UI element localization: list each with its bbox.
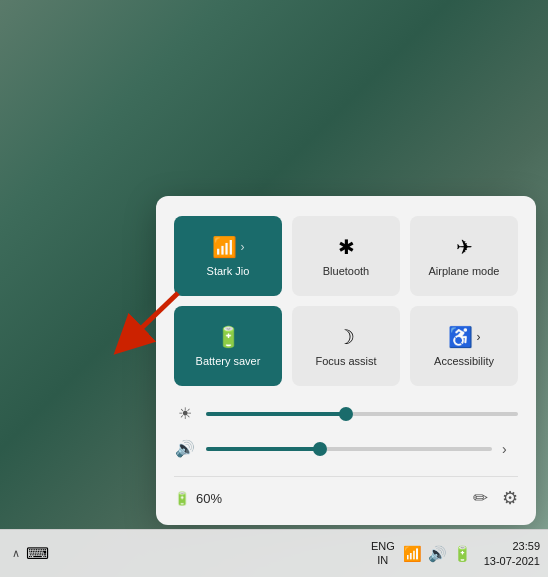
language-indicator[interactable]: ENG IN xyxy=(371,540,395,566)
taskbar-clock[interactable]: 23:59 13-07-2021 xyxy=(484,539,540,568)
lang-top: ENG xyxy=(371,540,395,553)
wifi-icon: 📶 xyxy=(212,235,237,259)
bluetooth-tile-label: Bluetooth xyxy=(323,265,369,277)
wifi-tile-label: Stark Jio xyxy=(207,265,250,277)
brightness-slider[interactable] xyxy=(206,412,518,416)
wifi-arrow-icon: › xyxy=(241,240,245,254)
volume-slider[interactable] xyxy=(206,447,492,451)
tiles-row-1: 📶 › Stark Jio ✱ Bluetooth ✈ Airplane mod… xyxy=(174,216,518,296)
airplane-tile[interactable]: ✈ Airplane mode xyxy=(410,216,518,296)
tiles-row-2: 🔋 Battery saver ☽ Focus assist ♿ › Acces… xyxy=(174,306,518,386)
focus-assist-tile[interactable]: ☽ Focus assist xyxy=(292,306,400,386)
brightness-thumb[interactable] xyxy=(339,407,353,421)
bottom-icons: ✏ ⚙ xyxy=(473,487,518,509)
sliders-section: ☀ 🔊 › xyxy=(174,400,518,462)
focus-assist-tile-label: Focus assist xyxy=(315,355,376,367)
airplane-icon: ✈ xyxy=(456,235,473,259)
taskbar-left: ∧ ⌨ xyxy=(12,544,49,563)
divider xyxy=(174,476,518,477)
brightness-fill xyxy=(206,412,346,416)
quick-settings-panel: 📶 › Stark Jio ✱ Bluetooth ✈ Airplane mod… xyxy=(156,196,536,525)
focus-assist-icon: ☽ xyxy=(337,325,355,349)
accessibility-arrow-icon: › xyxy=(477,330,481,344)
taskbar-time-display: 23:59 xyxy=(512,539,540,553)
taskbar-date-display: 13-07-2021 xyxy=(484,554,540,568)
taskbar-system-icons: 📶 🔊 🔋 xyxy=(403,545,472,563)
brightness-row: ☀ xyxy=(174,404,518,423)
taskbar-keyboard-icon[interactable]: ⌨ xyxy=(26,544,49,563)
taskbar-wifi-icon[interactable]: 📶 xyxy=(403,545,422,563)
battery-icon-small: 🔋 xyxy=(174,491,190,506)
taskbar: ∧ ⌨ ENG IN 📶 🔊 🔋 23:59 13-07-2021 xyxy=(0,529,548,577)
edit-button[interactable]: ✏ xyxy=(473,487,488,509)
wifi-tile[interactable]: 📶 › Stark Jio xyxy=(174,216,282,296)
bottom-row: 🔋 60% ✏ ⚙ xyxy=(174,487,518,509)
accessibility-icon: ♿ xyxy=(448,325,473,349)
volume-icon: 🔊 xyxy=(174,439,196,458)
settings-button[interactable]: ⚙ xyxy=(502,487,518,509)
lang-bottom: IN xyxy=(377,554,388,567)
taskbar-battery-icon[interactable]: 🔋 xyxy=(453,545,472,563)
volume-next-icon[interactable]: › xyxy=(502,441,518,457)
battery-saver-icon: 🔋 xyxy=(216,325,241,349)
accessibility-tile-label: Accessibility xyxy=(434,355,494,367)
volume-fill xyxy=(206,447,320,451)
taskbar-chevron-icon[interactable]: ∧ xyxy=(12,547,20,560)
battery-saver-tile[interactable]: 🔋 Battery saver xyxy=(174,306,282,386)
taskbar-right: ENG IN 📶 🔊 🔋 23:59 13-07-2021 xyxy=(371,539,540,568)
battery-saver-tile-label: Battery saver xyxy=(196,355,261,367)
taskbar-volume-icon[interactable]: 🔊 xyxy=(428,545,447,563)
bluetooth-icon: ✱ xyxy=(338,235,355,259)
brightness-icon: ☀ xyxy=(174,404,196,423)
battery-info: 🔋 60% xyxy=(174,491,222,506)
battery-percent: 60% xyxy=(196,491,222,506)
airplane-tile-label: Airplane mode xyxy=(429,265,500,277)
volume-thumb[interactable] xyxy=(313,442,327,456)
bluetooth-tile[interactable]: ✱ Bluetooth xyxy=(292,216,400,296)
accessibility-tile[interactable]: ♿ › Accessibility xyxy=(410,306,518,386)
volume-row: 🔊 › xyxy=(174,439,518,458)
